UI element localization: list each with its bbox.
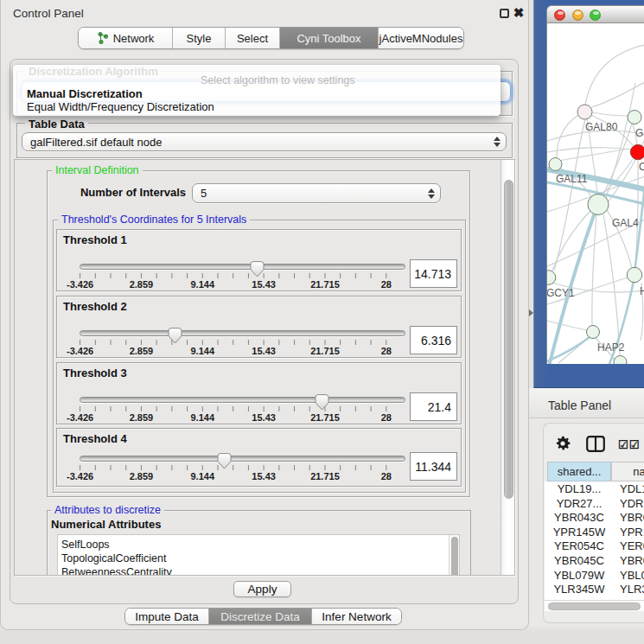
- slider-tick-label: 2.859: [130, 471, 154, 481]
- tab-jactivemnodules[interactable]: jActiveMNodules: [378, 28, 463, 48]
- attribute-list-item[interactable]: SelfLoops: [58, 538, 449, 552]
- network-window-titlebar: [546, 5, 644, 23]
- tab-infer-network[interactable]: Infer Network: [311, 609, 401, 624]
- algorithm-option-1[interactable]: Manual Discretization: [27, 87, 143, 100]
- table-row[interactable]: YDL19...YDL1: [545, 482, 644, 497]
- tab-style[interactable]: Style: [172, 28, 225, 48]
- float-window-icon[interactable]: [500, 9, 509, 18]
- slider-track[interactable]: [80, 397, 405, 403]
- slider-tick-label: 2.859: [130, 412, 154, 423]
- network-view-canvas[interactable]: GAL80G.CGAL11GAL4GCY1HHAP2: [546, 23, 644, 364]
- slider-tick-label: 15.43: [252, 412, 276, 423]
- tab-network[interactable]: Network: [79, 28, 172, 48]
- table-horizontal-scrollbar[interactable]: [545, 600, 644, 611]
- slider-tick-label: 21.715: [310, 279, 340, 290]
- slider-tick-label: 15.43: [252, 346, 276, 356]
- threshold-panel-4: Threshold 4-3.4262.8599.14415.4321.71528…: [56, 428, 462, 487]
- network-node-gal11[interactable]: [549, 158, 562, 171]
- network-edge: [634, 185, 644, 273]
- network-node-h[interactable]: [627, 267, 641, 282]
- network-node-label: GAL4: [612, 217, 639, 229]
- settings-scrollbar-thumb[interactable]: [504, 180, 513, 499]
- apply-button[interactable]: Apply: [233, 581, 291, 597]
- table-row[interactable]: YLR345WYLR3: [545, 583, 644, 597]
- close-light[interactable]: [554, 10, 565, 21]
- checkbox-icons[interactable]: ☑☑: [618, 438, 640, 451]
- slider-thumb[interactable]: [250, 261, 265, 277]
- columns-icon[interactable]: [586, 436, 605, 456]
- zoom-light[interactable]: [590, 10, 601, 21]
- algorithm-option-2[interactable]: Equal Width/Frequency Discretization: [27, 100, 214, 113]
- table-panel-title: Table Panel: [548, 399, 611, 412]
- tab-discretize-data[interactable]: Discretize Data: [208, 609, 311, 624]
- window-title: Control Panel: [13, 7, 84, 20]
- table-row[interactable]: YBL079WYBL0: [545, 569, 644, 583]
- splitpane-collapse-icon[interactable]: [529, 309, 533, 316]
- slider-thumb[interactable]: [168, 328, 182, 344]
- slider-tick-label: 15.43: [252, 279, 276, 290]
- network-node-hap2[interactable]: [587, 326, 600, 339]
- table-row[interactable]: YDR27...YDR2: [545, 497, 644, 512]
- table-data-combobox[interactable]: galFiltered.sif default node: [22, 132, 507, 151]
- column-header-shared-name[interactable]: shared...: [547, 462, 611, 481]
- minimize-light[interactable]: [572, 10, 583, 21]
- numerical-attributes-list[interactable]: SelfLoopsTopologicalCoefficientBetweenne…: [57, 534, 449, 576]
- cell-shared-name: YDL19...: [547, 482, 611, 495]
- attributes-list-scrollbar[interactable]: [449, 534, 460, 576]
- network-node-gcy1[interactable]: [547, 271, 556, 285]
- settings-scrollbar[interactable]: [501, 160, 515, 576]
- tab-select[interactable]: Select: [225, 28, 279, 48]
- slider-tick-label: 2.859: [130, 346, 154, 356]
- top-tab-bar: NetworkStyleSelectCyni ToolboxjActiveMNo…: [78, 27, 464, 49]
- network-node-label: GAL80: [585, 121, 618, 133]
- threshold-panel-3: Threshold 3-3.4262.8599.14415.4321.71528…: [56, 362, 462, 424]
- network-node-c[interactable]: [630, 144, 644, 159]
- cell-name: YBR0: [620, 511, 644, 524]
- attribute-list-item[interactable]: TopologicalCoefficient: [58, 552, 449, 565]
- tab-impute-data[interactable]: Impute Data: [125, 609, 208, 624]
- number-of-intervals-combobox[interactable]: 5: [192, 183, 441, 203]
- node-table[interactable]: YDL19...YDL1YDR27...YDR2YBR043CYBR0YPR14…: [545, 481, 644, 600]
- gear-icon[interactable]: [554, 435, 571, 456]
- threshold-value-field[interactable]: 11.344: [410, 452, 457, 481]
- tab-cyni-toolbox[interactable]: Cyni Toolbox: [279, 28, 378, 48]
- threshold-value-field[interactable]: 14.713: [410, 259, 457, 288]
- network-node-gal4[interactable]: [588, 194, 609, 215]
- control-panel-titlebar: Control Panel ✖: [1, 0, 530, 26]
- network-node[interactable]: [614, 356, 627, 365]
- network-node-gal80[interactable]: [577, 105, 592, 119]
- slider-tick-label: 15.43: [252, 471, 276, 481]
- slider-tick-label: 9.144: [191, 346, 215, 356]
- slider-thumb[interactable]: [315, 394, 329, 411]
- slider-tick-label: 28: [381, 346, 392, 356]
- table-row[interactable]: YPR145WYPR1: [545, 526, 644, 540]
- application-screenshot: Control Panel ✖ NetworkStyleSelectCyni T…: [0, 0, 644, 644]
- slider-thumb[interactable]: [217, 453, 232, 469]
- slider-track[interactable]: [80, 330, 405, 336]
- slider-tick-label: 21.715: [310, 412, 340, 423]
- column-header-name[interactable]: na...: [611, 462, 644, 481]
- threshold-value-field[interactable]: 6.316: [410, 326, 457, 354]
- algorithm-prompt-item[interactable]: Select algorithm to view settings: [201, 74, 355, 86]
- cell-name: YDR2: [620, 497, 644, 510]
- slider-track[interactable]: [80, 456, 405, 462]
- attributes-group-title: Attributes to discretize: [51, 504, 164, 516]
- threshold-value-field[interactable]: 21.4: [410, 392, 457, 421]
- slider-track[interactable]: [80, 264, 405, 270]
- cell-shared-name: YPR145W: [547, 526, 611, 539]
- table-row[interactable]: YBR043CYBR0: [545, 511, 644, 526]
- network-node-label: GCY1: [547, 287, 575, 299]
- table-horizontal-scrollbar-thumb[interactable]: [548, 603, 641, 610]
- network-node-g[interactable]: [628, 111, 641, 124]
- attribute-list-item[interactable]: BetweennessCentrality: [58, 565, 449, 576]
- cell-shared-name: YBR045C: [547, 554, 611, 567]
- close-icon[interactable]: ✖: [511, 2, 526, 24]
- status-strip: [0, 630, 644, 644]
- cell-name: YPR1: [620, 526, 644, 539]
- table-row[interactable]: YER054CYER0: [545, 539, 644, 554]
- slider-tick-label: 21.715: [310, 346, 340, 356]
- cell-shared-name: YBL079W: [547, 569, 611, 582]
- network-edge: [547, 148, 644, 152]
- table-row[interactable]: YBR045CYBR0: [545, 554, 644, 569]
- network-edge: [547, 321, 587, 330]
